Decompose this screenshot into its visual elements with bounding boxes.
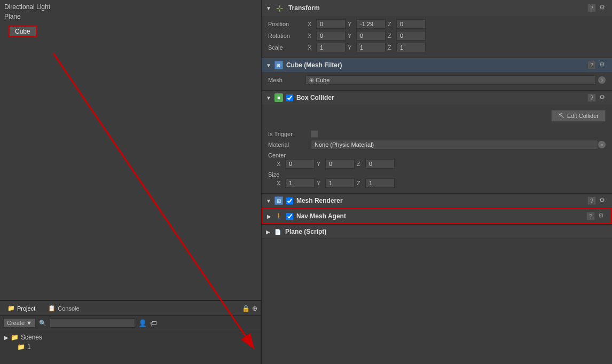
mesh-renderer-title: Mesh Renderer — [296, 197, 584, 204]
scale-x-input[interactable] — [316, 43, 346, 52]
box-collider-body: ⛏ Edit Collider Is Trigger Material None… — [262, 105, 612, 193]
box-collider-gear-button[interactable]: ⚙ — [599, 93, 608, 102]
nav-mesh-checkbox-label — [286, 213, 293, 220]
box-collider-help-button[interactable]: ? — [587, 93, 596, 102]
edit-collider-label: Edit Collider — [567, 113, 599, 119]
mesh-select-button[interactable]: ○ — [598, 76, 606, 84]
hierarchy-item-directional-light[interactable]: Directional Light — [0, 2, 261, 12]
nav-mesh-agent-header[interactable]: ▶ 🚶 Nav Mesh Agent ? ⚙ — [262, 208, 612, 224]
project-content: ▶ 📁 Scenes 📁 1 — [0, 330, 261, 354]
transform-header[interactable]: ▼ ⊹ Transform ? ⚙ — [262, 0, 612, 16]
tab-console[interactable]: 📋 Console — [44, 303, 83, 314]
plane-script-collapse-icon: ▶ — [266, 229, 270, 235]
folder-1[interactable]: 📁 1 — [4, 342, 256, 352]
scale-label: Scale — [268, 44, 305, 51]
mesh-renderer-help-button[interactable]: ? — [587, 196, 596, 205]
hierarchy-item-label: Directional Light — [4, 3, 50, 11]
nav-mesh-help-button[interactable]: ? — [586, 212, 595, 220]
mesh-renderer-enabled-checkbox[interactable] — [286, 197, 293, 204]
person-icon: 👤 — [138, 319, 147, 327]
folder-scenes[interactable]: ▶ 📁 Scenes — [4, 333, 256, 342]
transform-gear-button[interactable]: ⚙ — [599, 4, 608, 12]
is-trigger-checkbox[interactable] — [311, 130, 318, 138]
position-z-input[interactable] — [396, 19, 426, 29]
box-collider-section: ▼ ■ Box Collider ? ⚙ ⛏ Edit Collider — [262, 91, 612, 194]
nav-mesh-collapse-icon: ▶ — [267, 213, 271, 219]
material-label: Material — [268, 141, 311, 148]
rotation-z-input[interactable] — [396, 31, 426, 41]
mesh-filter-title: Cube (Mesh Filter) — [286, 61, 584, 69]
hierarchy-item-plane[interactable]: Plane — [0, 12, 261, 21]
material-select-button[interactable]: ○ — [598, 141, 606, 148]
transform-title: Transform — [288, 4, 584, 12]
search-input[interactable] — [50, 318, 135, 328]
rotation-y-label: Y — [348, 33, 354, 39]
center-xyz-row: X Y Z — [268, 159, 606, 169]
mesh-filter-gear-button[interactable]: ⚙ — [599, 61, 608, 69]
mesh-filter-help-button[interactable]: ? — [587, 61, 596, 69]
scale-y-input[interactable] — [356, 43, 386, 52]
position-x-input[interactable] — [316, 19, 346, 29]
transform-body: Position X Y Z Rotation X — [262, 16, 612, 58]
project-toolbar: Create ▼ 🔍 👤 🏷 — [0, 316, 261, 330]
mesh-label: Mesh — [268, 77, 305, 83]
mesh-value-box: ⊞ Cube ○ — [305, 75, 606, 85]
size-x-input[interactable] — [285, 178, 315, 188]
size-z-label: Z — [357, 180, 363, 186]
mesh-renderer-gear-button[interactable]: ⚙ — [599, 196, 608, 205]
edit-collider-button[interactable]: ⛏ Edit Collider — [551, 110, 606, 122]
mesh-filter-header[interactable]: ▼ ⊞ Cube (Mesh Filter) ? ⚙ — [262, 58, 612, 72]
position-y-input[interactable] — [356, 19, 386, 29]
tab-controls: 🔒 ⊕ — [242, 305, 257, 312]
plane-script-icon: 📄 — [273, 227, 282, 236]
center-y-input[interactable] — [325, 159, 355, 169]
hierarchy-list: Directional Light Plane Cube — [0, 0, 261, 300]
nav-mesh-agent-title: Nav Mesh Agent — [296, 212, 583, 220]
plus-icon[interactable]: ⊕ — [252, 305, 257, 312]
mesh-renderer-header[interactable]: ▼ ⊞ Mesh Renderer ? ⚙ — [262, 194, 612, 208]
cube-selected-wrapper: Cube — [0, 21, 261, 42]
mesh-renderer-checkbox-label — [286, 197, 293, 204]
position-row: Position X Y Z — [268, 19, 606, 29]
create-button[interactable]: Create ▼ — [3, 318, 36, 328]
rotation-x-label: X — [308, 33, 314, 39]
hierarchy-item-cube[interactable]: Cube — [9, 26, 37, 37]
project-icon: 📁 — [7, 305, 15, 312]
center-x-input[interactable] — [285, 159, 315, 169]
tab-project[interactable]: 📁 Project — [3, 303, 40, 314]
mesh-filter-body: Mesh ⊞ Cube ○ — [262, 72, 612, 90]
center-z-input[interactable] — [365, 159, 395, 169]
scale-z-input[interactable] — [396, 43, 426, 52]
rotation-x-input[interactable] — [316, 31, 346, 41]
transform-help-button[interactable]: ? — [587, 4, 596, 12]
mesh-renderer-collapse-icon: ▼ — [266, 198, 271, 204]
tab-console-label: Console — [58, 305, 79, 312]
nav-mesh-agent-section: ▶ 🚶 Nav Mesh Agent ? ⚙ — [262, 208, 612, 225]
plane-script-title: Plane (Script) — [285, 228, 608, 235]
plane-script-header[interactable]: ▶ 📄 Plane (Script) — [262, 225, 612, 239]
scale-z-label: Z — [388, 44, 394, 51]
material-value: None (Physic Material) — [311, 140, 598, 149]
size-y-input[interactable] — [325, 178, 355, 188]
size-row: Size X Y Z — [268, 171, 606, 188]
box-collider-icon: ■ — [274, 93, 283, 102]
rotation-z-label: Z — [388, 33, 394, 39]
rotation-axis-group: X Y Z — [308, 31, 606, 41]
mesh-filter-section: ▼ ⊞ Cube (Mesh Filter) ? ⚙ Mesh ⊞ Cube ○ — [262, 58, 612, 91]
edit-collider-icon: ⛏ — [558, 113, 564, 119]
size-z-input[interactable] — [365, 178, 395, 188]
center-label: Center — [268, 152, 286, 159]
box-collider-enabled-checkbox[interactable] — [286, 94, 293, 101]
scale-y-label: Y — [348, 44, 354, 51]
box-collider-header[interactable]: ▼ ■ Box Collider ? ⚙ — [262, 91, 612, 105]
transform-axes-icon: ⊹ — [274, 3, 285, 13]
is-trigger-row: Is Trigger — [268, 130, 606, 138]
tag-icon: 🏷 — [150, 319, 157, 327]
nav-mesh-enabled-checkbox[interactable] — [286, 213, 293, 220]
mesh-renderer-icon: ⊞ — [274, 196, 283, 205]
nav-mesh-gear-button[interactable]: ⚙ — [598, 212, 607, 220]
mesh-filter-icon: ⊞ — [274, 61, 283, 69]
rotation-y-input[interactable] — [356, 31, 386, 41]
folder-1-label: 1 — [27, 343, 31, 351]
center-z-label: Z — [357, 161, 363, 167]
